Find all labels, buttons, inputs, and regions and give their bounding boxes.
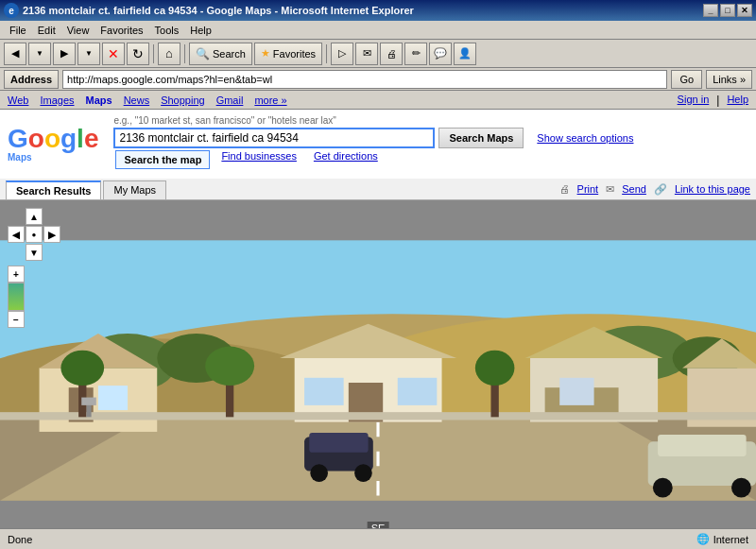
nav-gmail[interactable]: Gmail (216, 94, 244, 106)
link-to-page-link[interactable]: Link to this page (675, 183, 750, 196)
media-button[interactable]: ▷ (331, 43, 353, 65)
svg-rect-42 (81, 398, 96, 405)
address-input[interactable] (62, 70, 667, 89)
search-area: e.g., "10 market st, san francisco" or "… (106, 115, 748, 173)
svg-rect-34 (0, 412, 756, 420)
search-the-map-button[interactable]: Search the map (115, 150, 210, 169)
forward-button[interactable]: ▶ (53, 43, 76, 65)
toolbar: ◀ ▼ ▶ ▼ ✕ ↻ ⌂ 🔍 Search ★ Favorites ▷ ✉ 🖨… (0, 40, 756, 68)
logo-e: e (84, 124, 99, 153)
content-area: Google Maps e.g., "10 market st, san fra… (0, 110, 756, 528)
nav-help[interactable]: Help (727, 94, 748, 107)
back-button[interactable]: ◀ (4, 43, 26, 65)
ie-icon: e (4, 3, 19, 18)
get-directions-link[interactable]: Get directions (308, 150, 384, 169)
print-toolbar-button[interactable]: 🖨 (380, 43, 403, 65)
search-input[interactable] (113, 128, 435, 148)
menu-bar: File Edit View Favorites Tools Help (0, 21, 756, 40)
menu-view[interactable]: View (61, 23, 95, 38)
find-businesses-link[interactable]: Find businesses (215, 150, 302, 169)
status-right: 🌐 Internet (696, 533, 748, 545)
nav-links: Web Images Maps News Shopping Gmail more… (0, 91, 756, 110)
se-label: SE (368, 522, 389, 528)
pan-center-button[interactable]: ● (26, 226, 43, 243)
address-bar: Address Go Links » (0, 68, 756, 91)
edit-button[interactable]: ✏ (404, 43, 427, 65)
svg-point-38 (205, 347, 254, 386)
street-scene-svg (0, 200, 756, 528)
links-button[interactable]: Links » (706, 70, 752, 89)
address-label: Address (4, 70, 59, 89)
logo-o2: o (44, 124, 60, 153)
forward-dropdown[interactable]: ▼ (77, 43, 100, 65)
nav-web[interactable]: Web (8, 94, 28, 106)
messenger-button[interactable]: 👤 (454, 43, 476, 65)
status-zone: Internet (713, 534, 748, 545)
logo-o1: o (28, 124, 44, 153)
search-row: Search Maps Show search options (113, 128, 741, 148)
nav-shopping[interactable]: Shopping (161, 94, 205, 106)
send-link[interactable]: Send (622, 183, 646, 196)
back-dropdown[interactable]: ▼ (28, 43, 51, 65)
go-button[interactable]: Go (671, 70, 702, 89)
svg-rect-19 (398, 378, 438, 405)
forward-arrow-icon: ▶ (60, 47, 68, 60)
nav-maps[interactable]: Maps (86, 94, 112, 106)
print-icon: 🖨 (559, 183, 570, 196)
pan-right-button[interactable]: ▶ (43, 226, 60, 243)
back-arrow-icon: ◀ (11, 47, 19, 60)
tabs-row: Search Results My Maps 🖨 Print ✉ Send 🔗 … (0, 179, 756, 200)
home-button[interactable]: ⌂ (158, 43, 180, 65)
discuss-button[interactable]: 💬 (429, 43, 452, 65)
zoom-out-button[interactable]: − (8, 311, 25, 328)
dropdown-arrow-icon: ▼ (36, 49, 43, 58)
svg-point-36 (60, 351, 104, 386)
search-maps-button[interactable]: Search Maps (438, 128, 524, 148)
refresh-button[interactable]: ↻ (127, 43, 149, 65)
print-link[interactable]: Print (577, 183, 599, 196)
status-bar: Done 🌐 Internet (0, 528, 756, 549)
nav-more[interactable]: more » (254, 94, 286, 106)
menu-file[interactable]: File (4, 23, 32, 38)
separator1 (153, 44, 154, 63)
pan-down-button[interactable]: ▼ (26, 244, 43, 261)
internet-icon: 🌐 (696, 533, 710, 545)
pan-left-button[interactable]: ◀ (8, 226, 25, 243)
zoom-slider[interactable] (8, 283, 25, 311)
svg-rect-31 (658, 435, 747, 456)
tab-my-maps[interactable]: My Maps (103, 180, 166, 199)
svg-rect-23 (559, 378, 593, 405)
tab-search-results[interactable]: Search Results (6, 180, 101, 199)
streetview-panel[interactable]: ▲ ◀ ● ▶ ▼ + (0, 200, 756, 528)
logo-g: G (8, 124, 28, 153)
tabs-right: 🖨 Print ✉ Send 🔗 Link to this page (559, 183, 750, 196)
close-button[interactable]: ✕ (737, 4, 752, 17)
zoom-in-button[interactable]: + (8, 266, 25, 283)
tabs-left: Search Results My Maps (6, 179, 168, 199)
separator2 (184, 44, 185, 63)
menu-edit[interactable]: Edit (32, 23, 61, 38)
svg-rect-14 (98, 386, 128, 410)
svg-point-32 (653, 478, 673, 498)
nav-news[interactable]: News (124, 94, 150, 106)
nav-signin[interactable]: Sign in (678, 94, 710, 107)
menu-favorites[interactable]: Favorites (94, 23, 148, 38)
menu-help[interactable]: Help (184, 23, 217, 38)
search-options-link[interactable]: Show search options (537, 132, 633, 144)
minimize-button[interactable]: _ (703, 4, 718, 17)
search-toolbar-icon: 🔍 (196, 47, 210, 60)
favorites-toolbar-button[interactable]: ★ Favorites (254, 43, 322, 65)
link-icon: 🔗 (654, 183, 667, 196)
maximize-button[interactable]: □ (720, 4, 735, 17)
menu-tools[interactable]: Tools (149, 23, 185, 38)
nav-separator: | (716, 94, 719, 107)
svg-rect-18 (304, 378, 344, 405)
pan-up-button[interactable]: ▲ (26, 208, 43, 225)
nav-links-left: Web Images Maps News Shopping Gmail more… (8, 94, 287, 106)
favorites-label: Favorites (273, 48, 316, 60)
nav-images[interactable]: Images (40, 94, 74, 106)
stop-button[interactable]: ✕ (102, 43, 125, 65)
search-toolbar-button[interactable]: 🔍 Search (189, 43, 252, 65)
mail-button[interactable]: ✉ (355, 43, 378, 65)
svg-point-33 (731, 478, 751, 498)
